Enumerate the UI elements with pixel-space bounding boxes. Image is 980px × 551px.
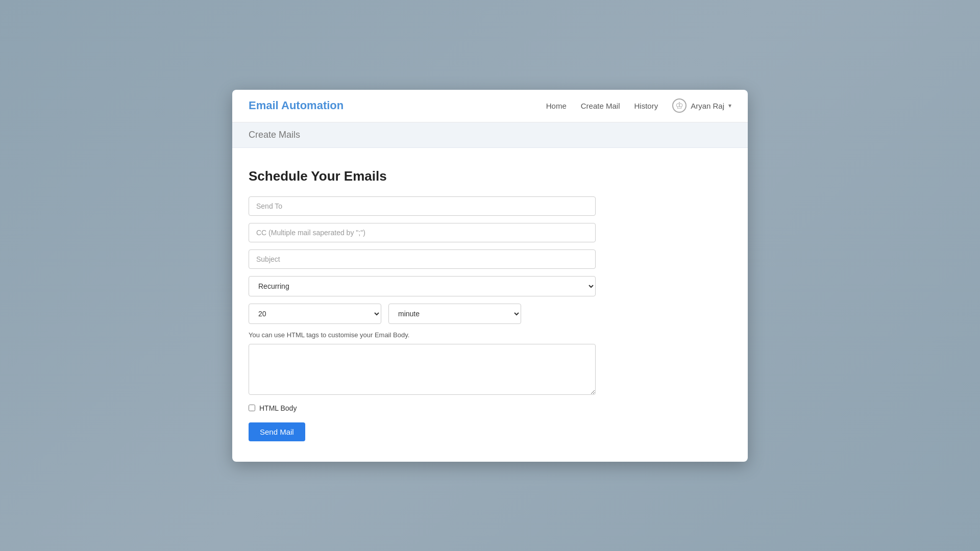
html-body-checkbox[interactable]	[249, 405, 255, 411]
nav-history[interactable]: History	[634, 102, 658, 110]
html-body-label: HTML Body	[259, 404, 297, 412]
body-textarea[interactable]	[249, 344, 596, 395]
chevron-down-icon: ▾	[728, 102, 731, 109]
body-group	[249, 344, 731, 397]
page-subtitle: Create Mails	[249, 130, 300, 140]
navbar: Email Automation Home Create Mail Histor…	[232, 90, 748, 122]
app-brand: Email Automation	[249, 99, 344, 112]
cc-input[interactable]	[249, 223, 596, 242]
html-body-row: HTML Body	[249, 404, 731, 412]
user-name: Aryan Raj	[691, 102, 724, 110]
nav-home[interactable]: Home	[546, 102, 567, 110]
page-subtitle-bar: Create Mails	[232, 122, 748, 148]
section-title: Schedule Your Emails	[249, 168, 731, 184]
app-window: Email Automation Home Create Mail Histor…	[232, 90, 748, 462]
cc-group	[249, 223, 731, 242]
recurring-group: Recurring Once	[249, 276, 731, 296]
interval-row: 5 10 15 20 30 60 minute hour day	[249, 304, 731, 324]
send-mail-button[interactable]: Send Mail	[249, 422, 305, 441]
send-to-input[interactable]	[249, 196, 596, 216]
user-menu[interactable]: ♔ Aryan Raj ▾	[672, 98, 731, 113]
interval-select[interactable]: 5 10 15 20 30 60	[249, 304, 381, 324]
recurring-select[interactable]: Recurring Once	[249, 276, 596, 296]
subject-group	[249, 249, 731, 269]
nav-create-mail[interactable]: Create Mail	[581, 102, 620, 110]
send-to-group	[249, 196, 731, 216]
user-avatar-icon: ♔	[672, 98, 687, 113]
navbar-links: Home Create Mail History ♔ Aryan Raj ▾	[546, 98, 731, 113]
main-content: Schedule Your Emails Recurring Once 5 10…	[232, 148, 748, 462]
html-hint-text: You can use HTML tags to customise your …	[249, 331, 731, 339]
subject-input[interactable]	[249, 249, 596, 269]
unit-select[interactable]: minute hour day	[388, 304, 521, 324]
